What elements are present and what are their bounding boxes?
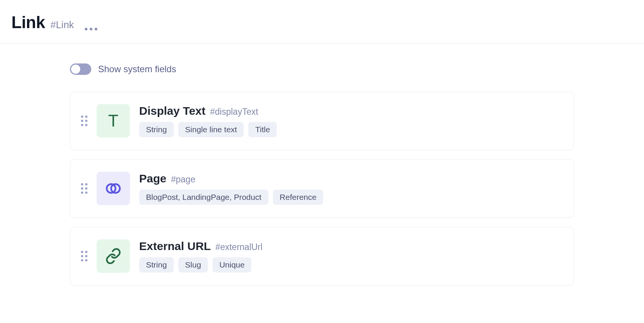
toggle-knob (71, 65, 80, 74)
system-fields-toggle[interactable] (70, 63, 91, 75)
dots-icon (85, 28, 87, 30)
reference-icon (97, 172, 130, 205)
page-id: #Link (50, 19, 74, 31)
field-body: Display Text #displayText String Single … (139, 104, 277, 137)
field-tag: BlogPost, LandingPage, Product (139, 190, 268, 205)
field-card[interactable]: External URL #externalUrl String Slug Un… (70, 227, 574, 285)
field-tags: BlogPost, LandingPage, Product Reference (139, 190, 323, 205)
link-icon (97, 239, 130, 273)
drag-handle-icon[interactable] (81, 116, 87, 126)
content-area: Show system fields T Display Text #displ… (0, 44, 644, 285)
page-title: Link (11, 13, 45, 32)
field-card[interactable]: T Display Text #displayText String Singl… (70, 92, 574, 150)
system-fields-toggle-label: Show system fields (98, 64, 176, 74)
system-fields-toggle-row: Show system fields (70, 63, 574, 75)
field-title: Page (139, 172, 167, 185)
fields-list: T Display Text #displayText String Singl… (70, 92, 574, 285)
field-tags: String Single line text Title (139, 122, 277, 137)
field-id: #displayText (210, 107, 259, 117)
field-tag: String (139, 122, 174, 137)
field-id: #page (171, 174, 195, 185)
field-tag: Single line text (178, 122, 244, 137)
drag-handle-icon[interactable] (81, 251, 87, 261)
field-body: External URL #externalUrl String Slug Un… (139, 240, 262, 272)
field-tag: Title (248, 122, 277, 137)
field-tags: String Slug Unique (139, 257, 262, 272)
field-tag: Reference (273, 190, 324, 205)
more-actions-button[interactable] (85, 28, 97, 30)
page-header: Link #Link (0, 0, 644, 44)
field-card[interactable]: Page #page BlogPost, LandingPage, Produc… (70, 159, 574, 218)
field-body: Page #page BlogPost, LandingPage, Produc… (139, 172, 323, 205)
field-tag: Slug (178, 257, 208, 272)
dots-icon (95, 28, 97, 30)
dots-icon (90, 28, 92, 30)
field-title: External URL (139, 240, 211, 253)
field-id: #externalUrl (215, 242, 262, 252)
text-icon: T (97, 104, 130, 138)
field-tag: Unique (213, 257, 252, 272)
drag-handle-icon[interactable] (81, 183, 87, 194)
field-title: Display Text (139, 104, 206, 117)
field-tag: String (139, 257, 174, 272)
